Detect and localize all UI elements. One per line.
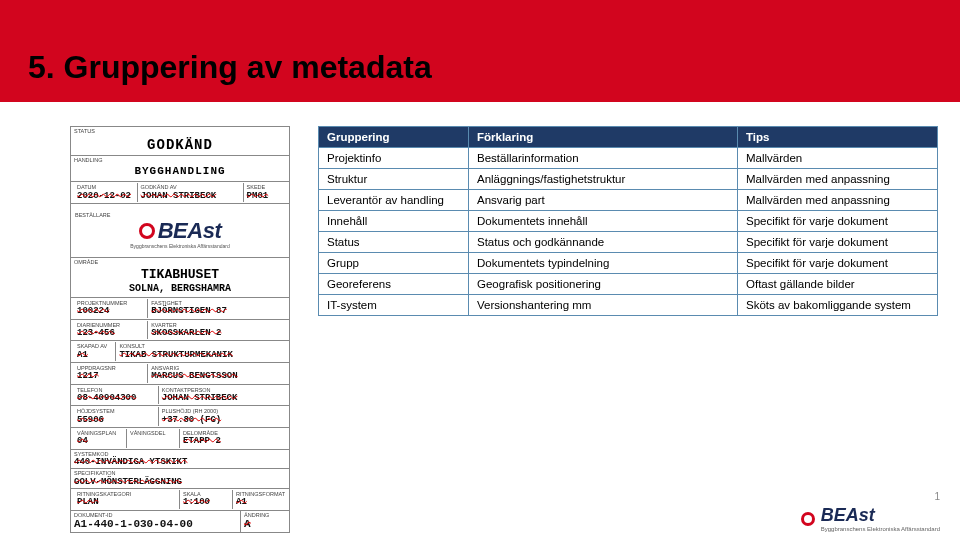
footer: 1 BEAst Byggbranschens Elektroniska Affä… <box>801 505 940 532</box>
td-forklaring: Status och godkännande <box>469 232 738 253</box>
logo-circle-icon <box>801 512 815 526</box>
form-skede: PM01 <box>247 191 283 201</box>
metadata-table-wrap: Gruppering Förklaring Tips ProjektinfoBe… <box>318 126 938 533</box>
form-ansvarig: MARCUS BENGTSSON <box>151 371 283 381</box>
form-systemkod: 440-INVÄNDIGA YTSKIKT <box>74 457 286 467</box>
title-bar: 5. Gruppering av metadata <box>0 0 960 102</box>
td-gruppering: Status <box>319 232 469 253</box>
table-header-row: Gruppering Förklaring Tips <box>319 127 938 148</box>
form-diarie: 123-456 <box>77 328 144 338</box>
table-row: StrukturAnläggnings/fastighetstrukturMal… <box>319 169 938 190</box>
th-gruppering: Gruppering <box>319 127 469 148</box>
form-uppdrag: 1217 <box>77 371 144 381</box>
form-hojdsys: 55906 <box>77 415 155 425</box>
table-row: Leverantör av handlingAnsvarig partMallv… <box>319 190 938 211</box>
th-forklaring: Förklaring <box>469 127 738 148</box>
form-handling: BYGGHANDLING <box>74 164 286 181</box>
td-tips: Mallvärden med anpassning <box>738 169 938 190</box>
form-brand: BEAst <box>158 218 222 243</box>
td-forklaring: Dokumentets innehåll <box>469 211 738 232</box>
table-row: InnehållDokumentets innehållSpecifikt fö… <box>319 211 938 232</box>
footer-brand: BEAst <box>821 505 940 526</box>
td-forklaring: Ansvarig part <box>469 190 738 211</box>
form-andring: A <box>244 518 286 531</box>
td-forklaring: Anläggnings/fastighetstruktur <box>469 169 738 190</box>
td-gruppering: Innehåll <box>319 211 469 232</box>
table-row: StatusStatus och godkännandeSpecifikt fö… <box>319 232 938 253</box>
td-forklaring: Beställarinformation <box>469 148 738 169</box>
td-forklaring: Geografisk positionering <box>469 274 738 295</box>
form-vdel-label: VÅNINGSDEL <box>130 430 176 436</box>
td-gruppering: Georeferens <box>319 274 469 295</box>
td-gruppering: Leverantör av handling <box>319 190 469 211</box>
td-tips: Sköts av bakomliggande system <box>738 295 938 316</box>
form-kvarter: SKOGSKARLEN 2 <box>151 328 283 338</box>
logo-circle-icon <box>139 223 155 239</box>
form-brand-tag: Byggbranschens Elektroniska Affärsstanda… <box>75 244 285 250</box>
form-format: A1 <box>236 497 283 507</box>
table-row: GruppDokumentets typindelningSpecifikt f… <box>319 253 938 274</box>
td-tips: Oftast gällande bilder <box>738 274 938 295</box>
td-forklaring: Versionshantering mm <box>469 295 738 316</box>
td-gruppering: Grupp <box>319 253 469 274</box>
form-ritnings: PLAN <box>77 497 176 507</box>
form-status: GODKÄND <box>74 134 286 154</box>
document-stamp: STATUS GODKÄND HANDLING BYGGHANDLING DAT… <box>70 126 290 533</box>
td-forklaring: Dokumentets typindelning <box>469 253 738 274</box>
table-row: GeoreferensGeografisk positioneringOftas… <box>319 274 938 295</box>
td-gruppering: Struktur <box>319 169 469 190</box>
form-spec: GOLV-MÖNSTERLÄGGNING <box>74 477 286 487</box>
form-projekt2: SOLNA, BERGSHAMRA <box>74 283 286 297</box>
form-projekt1: TIKABHUSET <box>74 266 286 283</box>
form-date: 2020-12-02 <box>77 191 134 201</box>
form-approvedby: JOHAN STRIBECK <box>141 191 240 201</box>
form-delomrade: ETAPP 2 <box>183 436 283 446</box>
td-gruppering: IT-system <box>319 295 469 316</box>
th-tips: Tips <box>738 127 938 148</box>
table-row: IT-systemVersionshantering mmSköts av ba… <box>319 295 938 316</box>
form-dokid: A1-440-1-030-04-00 <box>74 518 237 531</box>
form-telefon: 08-40904300 <box>77 393 155 403</box>
form-plushojd: +37.80 (FG) <box>162 415 283 425</box>
td-tips: Mallvärden <box>738 148 938 169</box>
slide-title: 5. Gruppering av metadata <box>0 49 432 102</box>
td-tips: Mallvärden med anpassning <box>738 190 938 211</box>
table-row: ProjektinfoBeställarinformationMallvärde… <box>319 148 938 169</box>
td-tips: Specifikt för varje dokument <box>738 211 938 232</box>
td-gruppering: Projektinfo <box>319 148 469 169</box>
form-fastighet: BJÖRNSTIGEN 87 <box>151 306 283 316</box>
form-konsult: TIKAB STRUKTURMEKANIK <box>119 350 283 360</box>
form-skala: 1:100 <box>183 497 229 507</box>
td-tips: Specifikt för varje dokument <box>738 253 938 274</box>
form-skapad: A1 <box>77 350 112 360</box>
form-projnr: 100224 <box>77 306 144 316</box>
content-area: STATUS GODKÄND HANDLING BYGGHANDLING DAT… <box>0 102 960 533</box>
td-tips: Specifikt för varje dokument <box>738 232 938 253</box>
metadata-table: Gruppering Förklaring Tips ProjektinfoBe… <box>318 126 938 316</box>
page-number: 1 <box>934 491 940 502</box>
form-kontakt: JOHAN STRIBECK <box>162 393 283 403</box>
footer-brand-tag: Byggbranschens Elektroniska Affärsstanda… <box>821 526 940 532</box>
form-vplan: 04 <box>77 436 123 446</box>
